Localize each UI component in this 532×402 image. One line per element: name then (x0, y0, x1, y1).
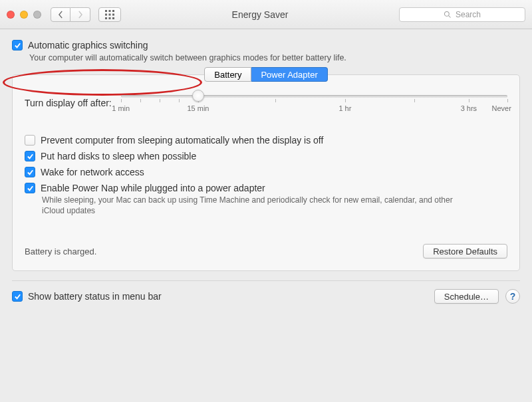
prevent-sleep-label: Prevent computer from sleeping automatic… (41, 135, 323, 146)
settings-panel: Battery Power Adapter Turn display off a… (12, 74, 520, 271)
automatic-graphics-switching-checkbox[interactable]: Automatic graphics switching (12, 40, 520, 50)
forward-button[interactable] (70, 7, 90, 22)
show-battery-status-checkbox[interactable]: Show battery status in menu bar (12, 291, 428, 302)
checkbox-icon (12, 291, 23, 302)
display-sleep-slider[interactable]: 1 min 15 min 1 hr 3 hrs Never (121, 91, 507, 115)
search-icon (444, 11, 452, 19)
close-window-button[interactable] (7, 11, 15, 19)
slider-ticks (121, 99, 507, 102)
svg-rect-6 (105, 17, 107, 19)
svg-rect-1 (109, 10, 111, 12)
window-controls (7, 11, 41, 19)
svg-rect-3 (105, 13, 107, 15)
svg-rect-2 (112, 10, 114, 12)
help-button[interactable]: ? (505, 289, 520, 304)
checkbox-icon (25, 151, 35, 161)
power-nap-subtext: While sleeping, your Mac can back up usi… (42, 195, 467, 216)
restore-defaults-button[interactable]: Restore Defaults (423, 244, 507, 258)
svg-point-9 (444, 11, 449, 16)
show-all-prefs-button[interactable] (98, 7, 121, 22)
checkbox-icon (25, 183, 35, 193)
slider-knob[interactable] (192, 90, 204, 102)
power-nap-label: Enable Power Nap while plugged into a po… (41, 183, 265, 193)
bottom-bar: Show battery status in menu bar Schedule… (12, 280, 520, 304)
svg-line-10 (448, 15, 450, 17)
slider-track (121, 95, 507, 98)
back-button[interactable] (51, 7, 70, 22)
prevent-sleep-checkbox[interactable]: Prevent computer from sleeping automatic… (25, 135, 507, 146)
show-battery-status-label: Show battery status in menu bar (28, 291, 162, 302)
zoom-window-button[interactable] (33, 11, 41, 19)
display-sleep-slider-row: Turn display off after: 1 min (25, 91, 507, 115)
battery-status-text: Battery is charged. (25, 247, 96, 256)
checkbox-icon (25, 167, 35, 177)
search-field[interactable]: Search (399, 7, 525, 22)
display-sleep-label: Turn display off after: (25, 98, 112, 108)
checkbox-icon (12, 40, 23, 50)
options-list: Prevent computer from sleeping automatic… (25, 135, 507, 216)
schedule-button[interactable]: Schedule… (434, 289, 499, 304)
tab-power-adapter[interactable]: Power Adapter (251, 67, 327, 82)
power-nap-checkbox[interactable]: Enable Power Nap while plugged into a po… (25, 183, 507, 193)
svg-rect-5 (112, 13, 114, 15)
svg-rect-8 (112, 17, 114, 19)
wake-network-label: Wake for network access (41, 167, 144, 177)
svg-rect-0 (105, 10, 107, 12)
svg-rect-4 (109, 13, 111, 15)
automatic-graphics-subtext: Your computer will automatically switch … (29, 53, 520, 62)
wake-network-checkbox[interactable]: Wake for network access (25, 167, 507, 177)
source-tabs: Battery Power Adapter (25, 67, 507, 82)
content-area: Automatic graphics switching Your comput… (0, 29, 532, 402)
hd-sleep-checkbox[interactable]: Put hard disks to sleep when possible (25, 151, 507, 161)
hd-sleep-label: Put hard disks to sleep when possible (41, 151, 196, 161)
panel-footer: Battery is charged. Restore Defaults (25, 244, 507, 258)
minimize-window-button[interactable] (20, 11, 28, 19)
nav-buttons (51, 7, 90, 22)
tab-battery[interactable]: Battery (204, 67, 251, 82)
window-title: Energy Saver (126, 9, 394, 20)
titlebar: Energy Saver Search (0, 0, 532, 29)
search-placeholder: Search (456, 10, 481, 19)
automatic-graphics-label: Automatic graphics switching (28, 40, 148, 50)
svg-rect-7 (109, 17, 111, 19)
checkbox-icon (25, 135, 35, 146)
